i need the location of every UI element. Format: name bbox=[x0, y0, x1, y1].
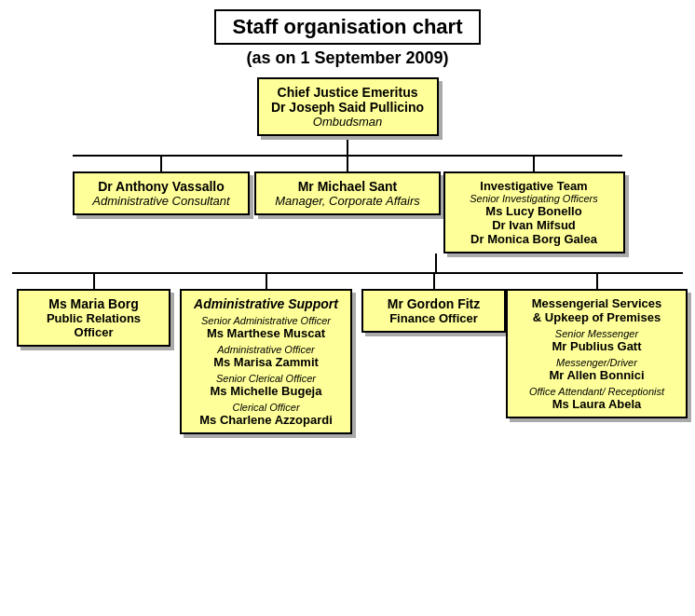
col-admin-support: Administrative Support Senior Administra… bbox=[175, 272, 357, 434]
admin-support-box: Administrative Support Senior Administra… bbox=[180, 289, 352, 434]
admin-name-0: Ms Marthese Muscat bbox=[191, 326, 341, 340]
admin-name-2: Ms Michelle Bugeja bbox=[191, 384, 341, 398]
col-manager: Mr Michael Sant Manager, Corporate Affai… bbox=[250, 155, 445, 215]
admin-label-2: Senior Clerical Officer bbox=[191, 373, 341, 384]
chief-line3: Ombudsman bbox=[268, 115, 428, 129]
admin-label-3: Clerical Officer bbox=[191, 402, 341, 413]
admin-label-1: Administrative Officer bbox=[191, 344, 341, 355]
inv-officer-2: Dr Ivan Mifsud bbox=[455, 218, 614, 232]
inv-sub-label: Senior Investigating Officers bbox=[455, 193, 614, 204]
pr-role: Public Relations Officer bbox=[28, 311, 159, 339]
conn-investigative bbox=[533, 155, 535, 171]
col-investigative: Investigative Team Senior Investigating … bbox=[445, 155, 622, 253]
conn-messenger bbox=[596, 272, 598, 289]
connector-manager-down bbox=[435, 253, 437, 272]
msg-title2: & Upkeep of Premises bbox=[517, 310, 676, 324]
inv-title: Investigative Team bbox=[455, 179, 614, 193]
finance-role: Finance Officer bbox=[373, 311, 495, 325]
chief-line1: Chief Justice Emeritus bbox=[268, 85, 428, 100]
col-messenger: Messengerial Services & Upkeep of Premis… bbox=[511, 272, 683, 418]
conn-manager bbox=[347, 155, 348, 171]
admin-name-1: Ms Marisa Zammit bbox=[191, 355, 341, 369]
h-line-level3 bbox=[12, 272, 683, 274]
conn-admin bbox=[266, 272, 267, 289]
manager-role: Manager, Corporate Affairs bbox=[266, 194, 429, 208]
pr-name: Ms Maria Borg bbox=[28, 296, 159, 311]
conn-finance bbox=[433, 272, 435, 289]
conn-pr bbox=[93, 272, 95, 289]
chief-line2: Dr Joseph Said Pullicino bbox=[268, 100, 428, 115]
manager-box: Mr Michael Sant Manager, Corporate Affai… bbox=[254, 171, 441, 215]
consultant-box: Dr Anthony Vassallo Administrative Consu… bbox=[73, 171, 250, 215]
chart-subtitle: (as on 1 September 2009) bbox=[246, 48, 448, 68]
msg-name-0: Mr Publius Gatt bbox=[517, 339, 676, 353]
msg-name-2: Ms Laura Abela bbox=[517, 397, 676, 411]
messenger-box: Messengerial Services & Upkeep of Premis… bbox=[506, 289, 688, 418]
col-finance: Mr Gordon Fitz Finance Officer bbox=[357, 272, 511, 333]
consultant-name: Dr Anthony Vassallo bbox=[84, 179, 238, 194]
finance-name: Mr Gordon Fitz bbox=[373, 296, 495, 311]
pr-box: Ms Maria Borg Public Relations Officer bbox=[17, 289, 170, 347]
h-line-level2 bbox=[73, 155, 622, 157]
chief-justice-box: Chief Justice Emeritus Dr Joseph Said Pu… bbox=[257, 77, 439, 136]
conn-consultant bbox=[160, 155, 162, 171]
admin-label-0: Senior Administrative Officer bbox=[191, 315, 341, 326]
col-pr: Ms Maria Borg Public Relations Officer bbox=[12, 272, 175, 347]
msg-label-2: Office Attendant/ Receptionist bbox=[517, 386, 676, 397]
msg-label-0: Senior Messenger bbox=[517, 328, 676, 339]
inv-officer-3: Dr Monica Borg Galea bbox=[455, 232, 614, 246]
finance-box: Mr Gordon Fitz Finance Officer bbox=[361, 289, 506, 333]
manager-name: Mr Michael Sant bbox=[266, 179, 429, 194]
inv-officer-1: Ms Lucy Bonello bbox=[455, 204, 614, 218]
admin-title: Administrative Support bbox=[191, 296, 341, 311]
msg-label-1: Messenger/Driver bbox=[517, 357, 676, 368]
col-consultant: Dr Anthony Vassallo Administrative Consu… bbox=[73, 155, 250, 215]
msg-title1: Messengerial Services bbox=[517, 296, 676, 310]
admin-name-3: Ms Charlene Azzopardi bbox=[191, 413, 341, 427]
connector-chief-down bbox=[347, 136, 348, 155]
investigative-box: Investigative Team Senior Investigating … bbox=[443, 171, 625, 253]
chart-title: Staff organisation chart bbox=[214, 9, 482, 45]
consultant-role: Administrative Consultant bbox=[84, 194, 238, 208]
msg-name-1: Mr Allen Bonnici bbox=[517, 368, 676, 382]
